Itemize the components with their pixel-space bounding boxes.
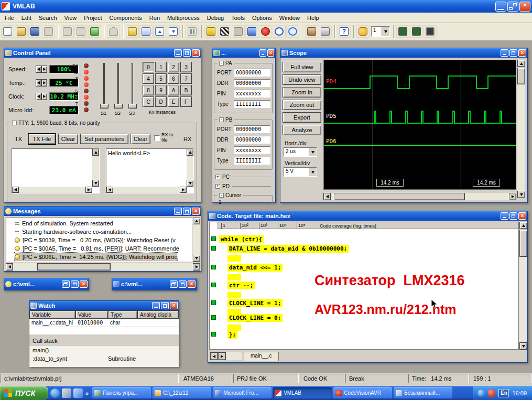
keypad-key-9[interactable]: 9	[155, 85, 167, 95]
copy-icon[interactable]	[74, 25, 88, 38]
undo-view-button[interactable]: Undo view	[283, 74, 321, 85]
message-line[interactable]: [PC = $00A5, Time = 0.81 ms, {PER}]: UAR…	[15, 244, 179, 253]
source-tab[interactable]: main__.c	[244, 352, 279, 361]
hand-icon[interactable]	[356, 25, 370, 38]
chip-a-icon[interactable]	[396, 25, 409, 38]
pa-port-value[interactable]: 00000000	[234, 69, 270, 77]
pb-pin-value[interactable]: xxxxxxxx	[234, 146, 270, 154]
rx-hscroll[interactable]	[106, 187, 187, 193]
menu-view[interactable]: View	[61, 14, 81, 22]
open-project-icon[interactable]	[15, 25, 28, 38]
code-line[interactable]: data_mid <<= 1;	[227, 264, 283, 272]
chip-b-icon[interactable]	[410, 25, 423, 38]
scope-titlebar[interactable]: Scope ×	[280, 48, 527, 58]
messages-maximize-button[interactable]	[183, 208, 191, 215]
minimized-window-2-close-button[interactable]: ×	[188, 280, 196, 288]
app-minimize-button[interactable]	[495, 2, 506, 12]
keypad-key-a[interactable]: A	[168, 85, 179, 95]
code-line[interactable]: };	[227, 331, 237, 339]
minimized-window-1-close-button[interactable]: ×	[80, 280, 88, 288]
slider-s3-track[interactable]	[132, 63, 133, 108]
code-line[interactable]: CLOCK_LINE = 0;	[227, 314, 283, 322]
pb-collapse-icon[interactable]: -	[219, 117, 224, 122]
speed-increase-button[interactable]	[41, 66, 47, 73]
scope-minimize-button[interactable]	[501, 49, 508, 57]
print-icon[interactable]	[319, 25, 332, 38]
taskbar-task-folder[interactable]: C:\_12\z12	[153, 387, 211, 398]
scope-maximize-button[interactable]	[509, 49, 517, 57]
start-button[interactable]: ПУСК	[0, 386, 48, 400]
tx-file-button[interactable]: TX File	[28, 134, 56, 144]
rx-vscroll[interactable]	[187, 149, 193, 187]
keypad-key-6[interactable]: 6	[168, 73, 179, 84]
minimized-window-1-maximize-button[interactable]	[71, 280, 79, 288]
watch-titlebar[interactable]: Watch ×	[29, 301, 179, 310]
keypad-key-1[interactable]: 1	[155, 62, 167, 72]
rerun-icon[interactable]	[286, 25, 299, 38]
tx-vscroll[interactable]	[92, 149, 99, 187]
code-titlebar[interactable]: Code. Target file: main.hex ×	[208, 211, 527, 221]
quicklaunch-chevron-icon[interactable]: »	[85, 390, 89, 396]
ports-titlebar[interactable]: ... ×	[212, 48, 275, 58]
keypad-key-5[interactable]: 5	[155, 73, 167, 84]
watch-row[interactable]: main__.c::data_hi 01010000 char	[29, 319, 179, 327]
messages-titlebar[interactable]: Messages ×	[4, 207, 201, 216]
menu-tools[interactable]: Tools	[227, 14, 248, 22]
scope-cursor-1[interactable]	[373, 60, 373, 189]
clear-rx-button[interactable]: Clear	[131, 134, 150, 144]
watch-minimize-button[interactable]	[152, 302, 160, 309]
code-hscroll-right[interactable]	[218, 352, 226, 360]
keypad-key-d[interactable]: D	[155, 96, 167, 107]
save-icon[interactable]	[28, 25, 41, 38]
control-panel-titlebar[interactable]: Control Panel ×	[4, 48, 201, 58]
app-close-button[interactable]: ×	[519, 2, 530, 12]
scope-cursor-2[interactable]	[461, 60, 461, 189]
keypad-key-7[interactable]: 7	[180, 73, 192, 84]
quicklaunch-mail-icon[interactable]	[73, 388, 83, 398]
multiprocess-count-combo[interactable]: 1	[371, 26, 390, 37]
minimized-window-1-titlebar[interactable]: c:\vml... ×	[4, 278, 89, 290]
ports-minimize-button[interactable]	[259, 49, 266, 57]
vert-div-combo[interactable]: 5 V	[284, 167, 317, 177]
minimized-window-2-titlebar[interactable]: c:\vml... ×	[112, 278, 197, 290]
code-line[interactable]: DATA_LINE = data_mid & 0b10000000;	[227, 245, 349, 253]
wizard-icon[interactable]	[424, 25, 437, 38]
reset-icon[interactable]	[273, 25, 286, 38]
clock-increase-button[interactable]	[41, 93, 47, 100]
control-panel-close-button[interactable]: ×	[192, 49, 200, 57]
tray-icon-blue[interactable]	[477, 390, 485, 397]
menu-help[interactable]: Help	[303, 14, 323, 22]
taskbar-task-frontpage[interactable]: Microsoft Fro...	[213, 387, 272, 398]
edit-icon[interactable]	[42, 25, 55, 38]
message-line[interactable]: End of simulation. System restarted	[15, 219, 113, 228]
stack-frame[interactable]: :data_to_synt	[32, 355, 67, 362]
taskbar-task-notepad[interactable]: Безымянный...	[394, 387, 452, 398]
app-restore-button[interactable]	[507, 2, 518, 12]
messages-hscroll[interactable]	[6, 263, 200, 271]
cursor-value[interactable]: 1	[219, 199, 222, 205]
goto-top-icon[interactable]	[153, 25, 166, 38]
keypad-key-c[interactable]: C	[143, 96, 154, 107]
flag-gray-icon[interactable]	[232, 25, 245, 38]
rx-textarea[interactable]: Hello world<LF>	[106, 148, 194, 193]
undo-icon[interactable]	[107, 25, 120, 38]
cursor-collapse-icon[interactable]: -	[219, 193, 224, 198]
horiz-combo-dropdown-icon[interactable]	[309, 148, 317, 156]
code-close-button[interactable]: ×	[518, 212, 526, 220]
menu-window[interactable]: Window	[276, 14, 303, 22]
watch-column-analog[interactable]: Analog displa	[137, 310, 179, 319]
combo-dropdown-icon[interactable]	[382, 27, 389, 36]
temp-decrease-button[interactable]	[36, 79, 41, 87]
build-icon[interactable]	[305, 25, 318, 38]
keypad-key-8[interactable]: 8	[143, 85, 154, 95]
vert-combo-dropdown-icon[interactable]	[309, 168, 317, 176]
keypad-key-b[interactable]: B	[180, 85, 192, 95]
taskbar-task-vmlab[interactable]: VMLAB	[273, 387, 332, 398]
menu-project[interactable]: Project	[80, 14, 105, 22]
watch-maximize-button[interactable]	[161, 302, 169, 309]
export-button[interactable]: Export	[283, 112, 321, 123]
menu-components[interactable]: Components	[105, 14, 145, 22]
keypad-key-3[interactable]: 3	[180, 62, 192, 72]
help-icon[interactable]: ?	[338, 25, 351, 38]
tx-hscroll[interactable]	[12, 187, 92, 193]
